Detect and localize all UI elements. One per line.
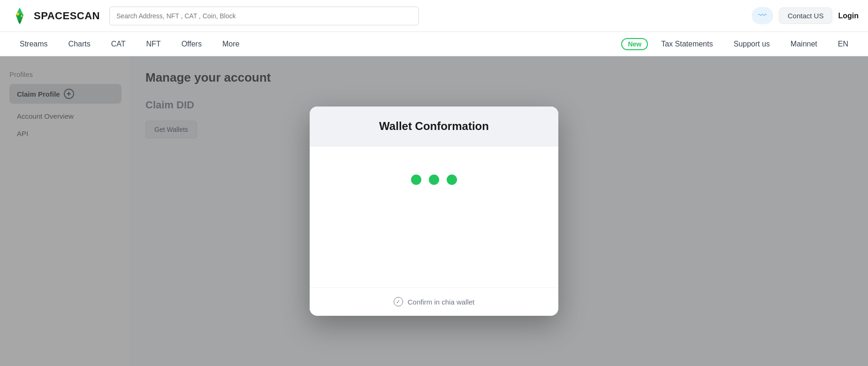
dot-3 (447, 175, 457, 185)
svg-marker-2 (18, 21, 22, 24)
logo-icon (9, 6, 30, 26)
nav-item-streams[interactable]: Streams (9, 32, 58, 56)
nav-item-nft[interactable]: NFT (136, 32, 171, 56)
header: SPACESCAN 〰 Contact US Login (0, 0, 868, 32)
search-input[interactable] (109, 7, 419, 25)
nav-right: New Tax Statements Support us Mainnet EN (621, 32, 859, 56)
nav-item-support[interactable]: Support us (723, 32, 780, 56)
nav-item-en[interactable]: EN (828, 32, 859, 56)
logo-area: SPACESCAN (9, 6, 100, 26)
svg-point-3 (16, 13, 19, 15)
wave-icon: 〰 (758, 11, 767, 21)
svg-point-4 (21, 15, 23, 17)
dot-2 (429, 175, 439, 185)
login-button[interactable]: Login (838, 12, 859, 20)
dot-1 (411, 175, 421, 185)
confirm-text: Confirm in chia wallet (408, 298, 475, 306)
modal-overlay: Wallet Conformation ✓ Confirm in chia wa… (0, 56, 868, 366)
nav-item-cat[interactable]: CAT (101, 32, 136, 56)
modal-body (310, 146, 558, 287)
modal: Wallet Conformation ✓ Confirm in chia wa… (310, 107, 558, 316)
nav-item-more[interactable]: More (212, 32, 250, 56)
check-icon: ✓ (394, 297, 403, 306)
header-right: 〰 Contact US Login (752, 7, 859, 24)
new-badge: New (621, 38, 648, 50)
nav-item-tax[interactable]: Tax Statements (651, 32, 723, 56)
main: Profiles Claim Profile + Account Overvie… (0, 56, 868, 366)
modal-footer: ✓ Confirm in chia wallet (310, 287, 558, 316)
nav-item-offers[interactable]: Offers (171, 32, 212, 56)
wave-button[interactable]: 〰 (752, 7, 773, 24)
nav-item-charts[interactable]: Charts (58, 32, 101, 56)
nav: Streams Charts CAT NFT Offers More New T… (0, 32, 868, 56)
modal-title: Wallet Conformation (324, 120, 544, 133)
logo-text: SPACESCAN (34, 10, 100, 22)
contact-button[interactable]: Contact US (779, 8, 833, 24)
nav-item-mainnet[interactable]: Mainnet (780, 32, 828, 56)
modal-header: Wallet Conformation (310, 107, 558, 146)
loading-dots (411, 175, 457, 185)
